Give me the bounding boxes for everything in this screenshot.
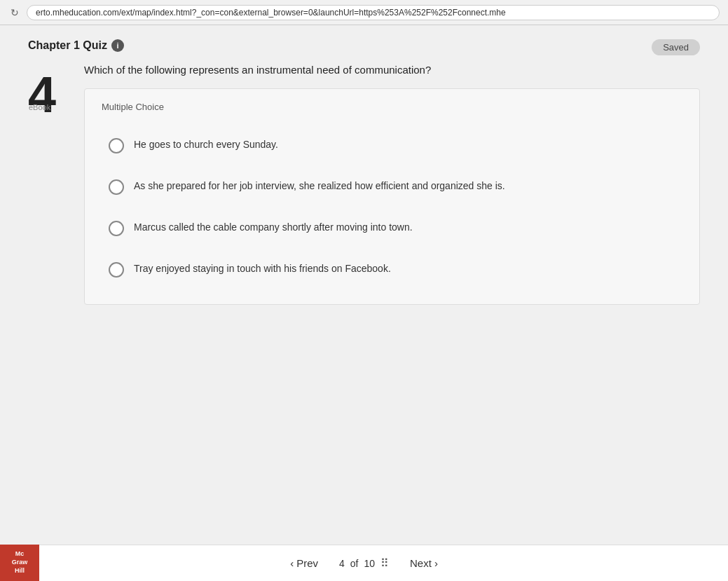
- radio-d[interactable]: [109, 262, 124, 278]
- next-chevron-icon: ›: [434, 557, 438, 569]
- main-content: Chapter 1 Quiz i Saved 4 Which of the fo…: [0, 25, 728, 581]
- mcgraw-logo: Mc Graw Hill: [0, 545, 39, 581]
- header-row: Chapter 1 Quiz i Saved: [28, 39, 700, 55]
- radio-c[interactable]: [109, 221, 124, 236]
- answer-text-d: Tray enjoyed staying in touch with his f…: [134, 261, 391, 276]
- total-pages: 10: [364, 558, 375, 569]
- answer-text-a: He goes to church every Sunday.: [134, 137, 278, 152]
- prev-label: Prev: [296, 557, 318, 569]
- answer-text-c: Marcus called the cable company shortly …: [134, 220, 413, 235]
- ebook-link[interactable]: eBook: [29, 103, 50, 111]
- answer-option-a[interactable]: He goes to church every Sunday.: [102, 126, 682, 165]
- info-icon[interactable]: i: [111, 39, 124, 52]
- saved-badge: Saved: [652, 39, 700, 55]
- next-label: Next: [410, 557, 432, 569]
- reload-icon[interactable]: ↻: [8, 6, 21, 19]
- question-type-label: Multiple Choice: [102, 102, 682, 112]
- of-label: of: [350, 558, 359, 569]
- answer-option-d[interactable]: Tray enjoyed staying in touch with his f…: [102, 250, 682, 289]
- prev-chevron-icon: ‹: [290, 557, 294, 569]
- question-right: Which of the following represents an ins…: [84, 62, 700, 305]
- browser-bar: ↻ erto.mheducation.com/ext/map/index.htm…: [0, 0, 728, 25]
- answer-card: Multiple Choice eBook He goes to church …: [84, 88, 700, 305]
- answer-option-c[interactable]: Marcus called the cable company shortly …: [102, 209, 682, 247]
- radio-b[interactable]: [109, 179, 124, 195]
- address-bar[interactable]: erto.mheducation.com/ext/map/index.html?…: [27, 5, 720, 20]
- answer-option-b[interactable]: As she prepared for her job interview, s…: [102, 168, 682, 206]
- question-area: 4 Which of the following represents an i…: [28, 62, 700, 305]
- prev-button[interactable]: ‹ Prev: [290, 557, 318, 569]
- current-page: 4: [339, 558, 345, 569]
- page-info: 4 of 10 ⠿: [339, 556, 389, 570]
- chapter-title: Chapter 1 Quiz i: [28, 39, 124, 52]
- next-button[interactable]: Next ›: [410, 557, 438, 569]
- question-text: Which of the following represents an ins…: [84, 62, 700, 77]
- footer-nav: Mc Graw Hill ‹ Prev 4 of 10 ⠿ Next ›: [0, 545, 728, 581]
- chapter-title-text: Chapter 1 Quiz: [28, 39, 107, 52]
- answer-text-b: As she prepared for her job interview, s…: [134, 179, 505, 193]
- radio-a[interactable]: [109, 138, 124, 153]
- question-number: 4: [28, 62, 70, 305]
- grid-icon[interactable]: ⠿: [380, 556, 389, 570]
